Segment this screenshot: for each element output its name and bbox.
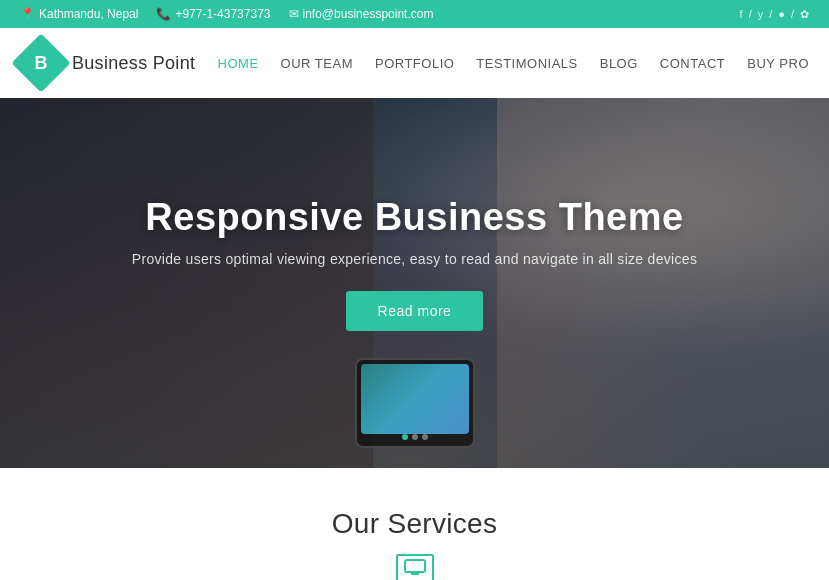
- hero-content: Responsive Business Theme Provide users …: [0, 98, 829, 448]
- nav-portfolio[interactable]: PORTFOLIO: [375, 56, 454, 71]
- phone: 📞 +977-1-43737373: [156, 7, 270, 21]
- hero-subtitle: Provide users optimal viewing experience…: [132, 251, 697, 267]
- top-bar: 📍 Kathmandu, Nepal 📞 +977-1-43737373 ✉ i…: [0, 0, 829, 28]
- main-nav: HOME OUR TEAM PORTFOLIO TESTIMONIALS BLO…: [218, 56, 809, 71]
- social-twitter[interactable]: y: [758, 8, 764, 20]
- monitor-icon: [404, 559, 426, 575]
- logo-diamond: B: [11, 33, 70, 92]
- hero-section: Responsive Business Theme Provide users …: [0, 98, 829, 468]
- nav-testimonials[interactable]: TESTIMONIALS: [476, 56, 577, 71]
- nav-home[interactable]: HOME: [218, 56, 259, 71]
- email: ✉ info@businesspoint.com: [289, 7, 434, 21]
- services-title: Our Services: [20, 508, 809, 540]
- social-instagram[interactable]: ✿: [800, 8, 809, 21]
- top-bar-contacts: 📍 Kathmandu, Nepal 📞 +977-1-43737373 ✉ i…: [20, 7, 433, 21]
- email-icon: ✉: [289, 7, 299, 21]
- nav-buy-pro[interactable]: BUY PRO: [747, 56, 809, 71]
- logo[interactable]: B Business Point: [20, 42, 195, 84]
- location: 📍 Kathmandu, Nepal: [20, 7, 138, 21]
- svg-rect-0: [405, 560, 425, 572]
- nav-our-team[interactable]: OUR TEAM: [281, 56, 353, 71]
- social-facebook[interactable]: f: [740, 8, 743, 20]
- phone-icon: 📞: [156, 7, 171, 21]
- logo-text: Business Point: [72, 53, 195, 74]
- services-divider: [20, 554, 809, 580]
- logo-letter: B: [35, 53, 48, 74]
- pin-icon: 📍: [20, 7, 35, 21]
- social-globe[interactable]: ●: [778, 8, 785, 20]
- services-section: Our Services We are creative design agen…: [0, 468, 829, 580]
- hero-title: Responsive Business Theme: [145, 196, 683, 239]
- hero-cta-button[interactable]: Read more: [346, 291, 484, 331]
- header: B Business Point HOME OUR TEAM PORTFOLIO…: [0, 28, 829, 98]
- services-divider-icon: [396, 554, 434, 580]
- nav-contact[interactable]: CONTACT: [660, 56, 725, 71]
- social-links[interactable]: f / y / ● / ✿: [740, 8, 809, 21]
- nav-blog[interactable]: BLOG: [600, 56, 638, 71]
